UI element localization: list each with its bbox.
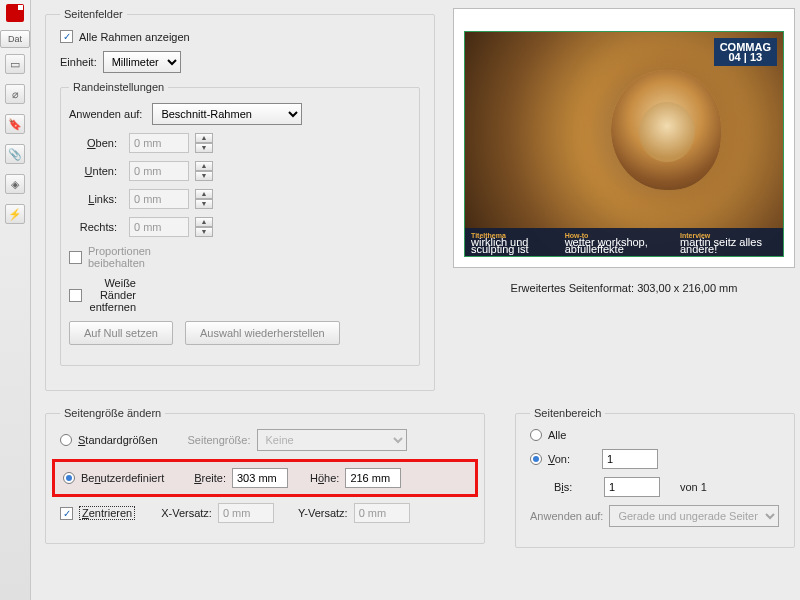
change-page-size-legend: Seitengröße ändern bbox=[60, 407, 165, 419]
pagesize-select: Keine bbox=[257, 429, 407, 451]
custom-size-label: Benutzerdefiniert bbox=[81, 472, 164, 484]
custom-size-radio[interactable] bbox=[63, 472, 75, 484]
pagesize-label: Seitengröße: bbox=[188, 434, 251, 446]
y-offset-label: Y-Versatz: bbox=[298, 507, 348, 519]
margin-bottom-spinner[interactable]: ▲▼ bbox=[195, 161, 213, 181]
margin-right-input[interactable] bbox=[129, 217, 189, 237]
standard-sizes-radio[interactable] bbox=[60, 434, 72, 446]
page-preview: COMMAG 04 | 13 Titelthemawirklich und sc… bbox=[453, 8, 795, 268]
height-label: Höhe: bbox=[310, 472, 339, 484]
unit-label: Einheit: bbox=[60, 56, 97, 68]
margin-top-label: Oben: bbox=[69, 137, 117, 149]
height-input[interactable] bbox=[345, 468, 401, 488]
crop-dialog: Seitenfelder ✓ Alle Rahmen anzeigen Einh… bbox=[31, 0, 800, 600]
margin-bottom-input[interactable] bbox=[129, 161, 189, 181]
sidebar-tab[interactable]: Dat bbox=[0, 30, 30, 48]
range-to-input[interactable] bbox=[604, 477, 660, 497]
margin-left-spinner[interactable]: ▲▼ bbox=[195, 189, 213, 209]
app-sidebar: Dat ▭ ⌀ 🔖 📎 ◈ ⚡ bbox=[0, 0, 31, 600]
margin-settings-legend: Randeinstellungen bbox=[69, 81, 168, 93]
standard-sizes-label: Standardgrößen bbox=[78, 434, 158, 446]
page-range-fieldset: Seitenbereich Alle Von: Bis:von 1 Anwend… bbox=[515, 407, 795, 548]
margin-right-label: Rechts: bbox=[69, 221, 117, 233]
layers-icon[interactable]: ◈ bbox=[5, 174, 25, 194]
keep-proportions-label: Proportionen beibehalten bbox=[88, 245, 136, 269]
page-preview-image: COMMAG 04 | 13 Titelthemawirklich und sc… bbox=[464, 31, 784, 257]
show-all-frames-label: Alle Rahmen anzeigen bbox=[79, 31, 190, 43]
range-to-label: Bis: bbox=[554, 481, 588, 493]
restore-selection-button[interactable]: Auswahl wiederherstellen bbox=[185, 321, 340, 345]
range-from-input[interactable] bbox=[602, 449, 658, 469]
remove-white-margins-label: Weiße Ränder entfernen bbox=[88, 277, 136, 313]
show-all-frames-checkbox[interactable]: ✓ bbox=[60, 30, 73, 43]
clip-icon[interactable]: 📎 bbox=[5, 144, 25, 164]
keep-proportions-checkbox[interactable] bbox=[69, 251, 82, 264]
apply-to-label: Anwenden auf: bbox=[69, 108, 142, 120]
preview-badge: COMMAG 04 | 13 bbox=[714, 38, 777, 66]
range-all-radio[interactable] bbox=[530, 429, 542, 441]
range-apply-to-select: Gerade und ungerade Seiten bbox=[609, 505, 779, 527]
center-label: Zentrieren bbox=[79, 506, 135, 520]
extended-page-format-label: Erweitertes Seitenformat: 303,00 x 216,0… bbox=[511, 282, 738, 294]
page-boxes-fieldset: Seitenfelder ✓ Alle Rahmen anzeigen Einh… bbox=[45, 8, 435, 391]
x-offset-label: X-Versatz: bbox=[161, 507, 212, 519]
range-all-label: Alle bbox=[548, 429, 582, 441]
flash-icon[interactable]: ⚡ bbox=[5, 204, 25, 224]
apply-to-select[interactable]: Beschnitt-Rahmen bbox=[152, 103, 302, 125]
range-of-label: von 1 bbox=[680, 481, 714, 493]
margin-top-spinner[interactable]: ▲▼ bbox=[195, 133, 213, 153]
bookmarks-icon[interactable]: 🔖 bbox=[5, 114, 25, 134]
margin-left-label: Links: bbox=[69, 193, 117, 205]
range-from-radio[interactable] bbox=[530, 453, 542, 465]
width-label: Breite: bbox=[194, 472, 226, 484]
margin-right-spinner[interactable]: ▲▼ bbox=[195, 217, 213, 237]
page-range-legend: Seitenbereich bbox=[530, 407, 605, 419]
pages-icon[interactable]: ▭ bbox=[5, 54, 25, 74]
unit-select[interactable]: Millimeter bbox=[103, 51, 181, 73]
reset-to-zero-button[interactable]: Auf Null setzen bbox=[69, 321, 173, 345]
center-checkbox[interactable]: ✓ bbox=[60, 507, 73, 520]
range-from-label: Von: bbox=[548, 453, 582, 465]
attachments-icon[interactable]: ⌀ bbox=[5, 84, 25, 104]
remove-white-margins-checkbox[interactable] bbox=[69, 289, 82, 302]
preview-footer: Titelthemawirklich und sculpting ist How… bbox=[465, 228, 783, 256]
margin-top-input[interactable] bbox=[129, 133, 189, 153]
margin-bottom-label: Unten: bbox=[69, 165, 117, 177]
margin-settings-fieldset: Randeinstellungen Anwenden auf: Beschnit… bbox=[60, 81, 420, 366]
width-input[interactable] bbox=[232, 468, 288, 488]
x-offset-input[interactable] bbox=[218, 503, 274, 523]
range-apply-to-label: Anwenden auf: bbox=[530, 510, 603, 522]
margin-left-input[interactable] bbox=[129, 189, 189, 209]
y-offset-input[interactable] bbox=[354, 503, 410, 523]
pdf-icon bbox=[6, 4, 24, 22]
change-page-size-fieldset: Seitengröße ändern Standardgrößen Seiten… bbox=[45, 407, 485, 544]
page-boxes-legend: Seitenfelder bbox=[60, 8, 127, 20]
